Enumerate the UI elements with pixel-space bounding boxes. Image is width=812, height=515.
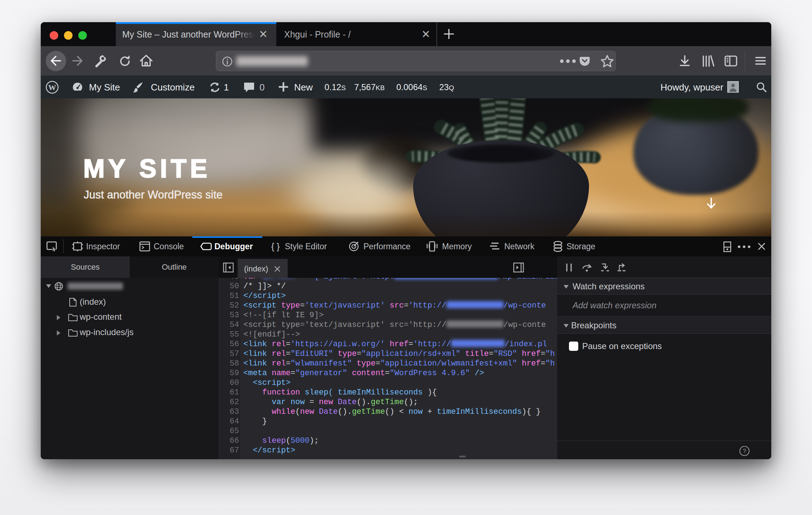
svg-text:W: W <box>48 83 56 92</box>
svg-text:?: ? <box>743 448 746 455</box>
